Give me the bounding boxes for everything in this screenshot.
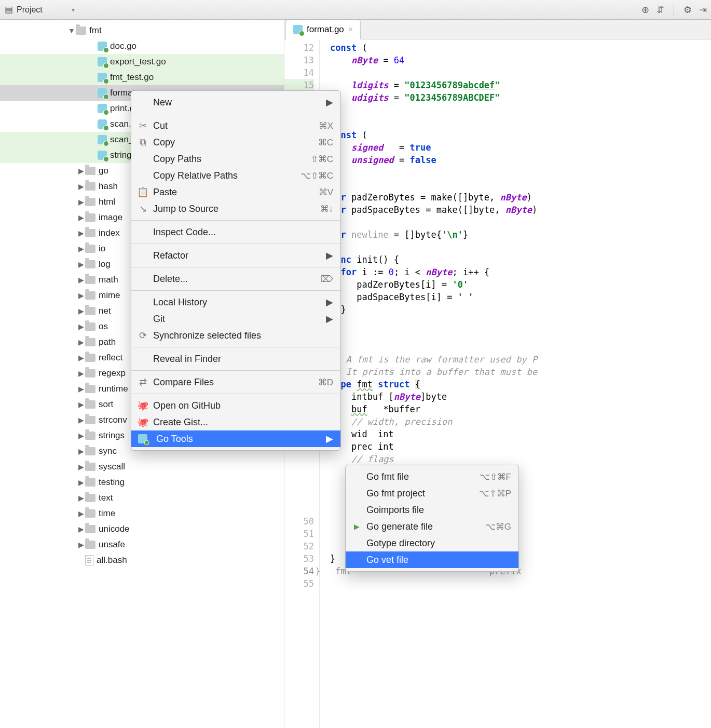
chevron-down-icon[interactable]: ▾: [72, 6, 75, 14]
folder-icon: [85, 447, 95, 455]
folder-icon: [85, 307, 95, 315]
folder-icon: [85, 385, 95, 393]
hide-icon[interactable]: ⇥: [699, 4, 707, 16]
tree-row[interactable]: export_test.go: [0, 54, 284, 70]
folder-icon: [85, 182, 95, 191]
menu-item[interactable]: Go Tools▶: [131, 430, 340, 447]
submenu-item[interactable]: Go vet file: [346, 551, 518, 568]
tab-filename: format.go: [307, 24, 344, 35]
code-editor[interactable]: 121314151617505152535455 const ( nByte =…: [284, 39, 711, 728]
go-icon: [138, 434, 147, 443]
editor-tabbar: format.go ×: [284, 20, 711, 39]
gist-icon: 🐙: [138, 417, 148, 427]
folder-icon: [85, 213, 95, 222]
tree-row[interactable]: ▶time: [0, 506, 284, 521]
menu-item[interactable]: ⧉Copy⌘C: [131, 134, 340, 151]
folder-icon: [85, 525, 95, 533]
collapse-icon[interactable]: ⇵: [657, 4, 664, 16]
menu-item[interactable]: New▶: [131, 94, 340, 111]
menu-separator: [131, 267, 340, 267]
folder-icon: [85, 354, 95, 362]
folder-icon: [85, 369, 95, 378]
tree-row[interactable]: ▶all.bash: [0, 552, 284, 568]
go-file-icon: [98, 42, 107, 51]
folder-icon: [76, 26, 86, 35]
folder-icon: [85, 229, 95, 237]
menu-item[interactable]: ⇄Compare Files⌘D: [131, 374, 340, 390]
sync-icon: ⟳: [138, 330, 148, 341]
compare-icon: ⇄: [138, 377, 148, 387]
tree-row[interactable]: ▶syscall: [0, 459, 284, 475]
folder-icon: [85, 291, 95, 300]
tree-row[interactable]: ▶unsafe: [0, 537, 284, 552]
folder-icon: [85, 276, 95, 284]
menu-item[interactable]: Reveal in Finder: [131, 350, 340, 367]
project-view-icon: ▤: [4, 5, 13, 15]
folder-icon: [85, 400, 95, 409]
menu-item[interactable]: Refactor▶: [131, 247, 340, 264]
code-content[interactable]: const ( nByte = 64 ldigits = "0123456789…: [320, 39, 537, 728]
menu-separator: [131, 370, 340, 371]
go-file-icon: [98, 104, 107, 113]
file-icon: [85, 555, 93, 565]
menu-item[interactable]: 🐙Create Gist...: [131, 414, 340, 430]
menu-separator: [131, 244, 340, 244]
tree-row[interactable]: ▶text: [0, 490, 284, 506]
close-icon[interactable]: ×: [348, 25, 353, 34]
gear-icon[interactable]: ⚙︎: [683, 4, 692, 16]
folder-icon: [85, 541, 95, 549]
folder-icon: [85, 245, 95, 253]
editor-tab[interactable]: format.go ×: [285, 20, 361, 39]
separator: [674, 4, 674, 16]
menu-item[interactable]: 📋Paste⌘V: [131, 184, 340, 200]
menu-item[interactable]: ⟳Synchronize selected files: [131, 327, 340, 344]
folder-icon: [85, 509, 95, 518]
folder-icon: [85, 478, 95, 487]
submenu-item[interactable]: Go fmt file⌥⇧⌘F: [346, 468, 518, 485]
run-icon: ▶: [352, 522, 361, 531]
folder-icon: [85, 416, 95, 424]
folder-icon: [85, 338, 95, 346]
folder-icon: [85, 494, 95, 502]
go-file-icon: [98, 88, 107, 98]
jump-icon: ↘: [138, 204, 148, 214]
go-file-icon: [98, 57, 107, 66]
submenu-item[interactable]: Go fmt project⌥⇧⌘P: [346, 485, 518, 502]
go-file-icon: [98, 73, 107, 82]
menu-separator: [131, 347, 340, 347]
menu-item[interactable]: Copy Paths⇧⌘C: [131, 151, 340, 167]
tree-row[interactable]: ▶testing: [0, 475, 284, 490]
menu-item[interactable]: 🐙Open on GitHub: [131, 397, 340, 414]
go-file-icon: [293, 25, 303, 34]
folder-icon: [85, 432, 95, 440]
tree-row[interactable]: ▶unicode: [0, 521, 284, 537]
menu-separator: [131, 114, 340, 114]
tree-row[interactable]: fmt_test.go: [0, 70, 284, 85]
folder-icon: [85, 198, 95, 206]
view-selector[interactable]: Project: [17, 5, 43, 15]
menu-item[interactable]: Git▶: [131, 311, 340, 327]
submenu-item[interactable]: ▶Go generate file⌥⌘G: [346, 518, 518, 535]
github-icon: 🐙: [138, 400, 148, 411]
go-file-icon: [98, 151, 107, 160]
menu-item[interactable]: Delete...⌦: [131, 271, 340, 287]
menu-item[interactable]: ↘Jump to Source⌘↓: [131, 200, 340, 217]
submenu-item[interactable]: Goimports file: [346, 502, 518, 518]
locate-icon[interactable]: ⊕: [641, 4, 649, 16]
copy-icon: ⧉: [138, 137, 148, 147]
menu-item[interactable]: Local History▶: [131, 294, 340, 311]
menu-item[interactable]: ✂Cut⌘X: [131, 117, 340, 134]
go-file-icon: [98, 135, 107, 144]
tree-row[interactable]: ▼fmt: [0, 23, 284, 38]
menu-separator: [131, 290, 340, 291]
context-menu[interactable]: New▶✂Cut⌘X⧉Copy⌘CCopy Paths⇧⌘CCopy Relat…: [131, 90, 341, 451]
menu-separator: [131, 394, 340, 394]
submenu-item[interactable]: Gotype directory: [346, 535, 518, 551]
paste-icon: 📋: [138, 187, 148, 197]
cut-icon: ✂: [138, 120, 148, 131]
go-tools-submenu[interactable]: Go fmt file⌥⇧⌘FGo fmt project⌥⇧⌘PGoimpor…: [345, 465, 519, 572]
tree-row[interactable]: doc.go: [0, 38, 284, 54]
menu-item[interactable]: Copy Relative Paths⌥⇧⌘C: [131, 167, 340, 184]
menu-item[interactable]: Inspect Code...: [131, 224, 340, 240]
folder-icon: [85, 463, 95, 471]
